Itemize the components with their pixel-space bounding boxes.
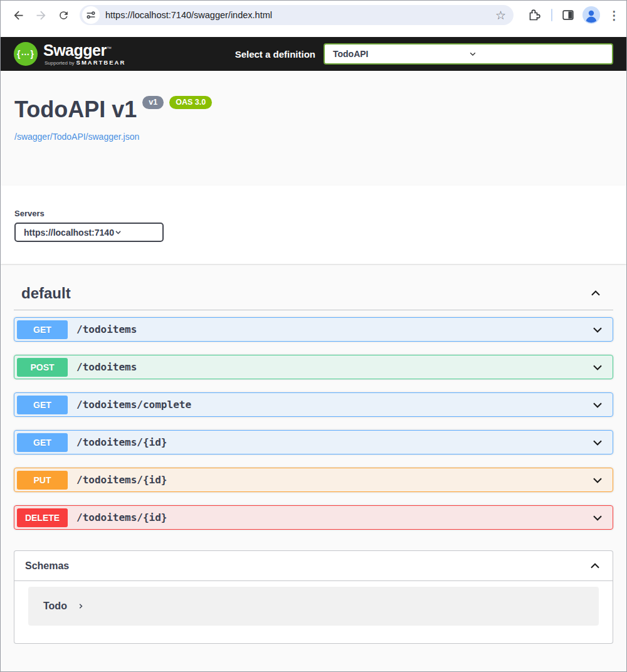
definition-select[interactable]: TodoAPI [324,43,613,65]
spec-json-link[interactable]: /swagger/TodoAPI/swagger.json [14,132,139,142]
schemas-section: Schemas Todo [14,550,613,644]
method-badge: GET [17,396,68,414]
operation-path: /todoitems [76,323,137,335]
schemas-title: Schemas [25,560,69,572]
servers-section: Servers https://localhost:7140 [1,186,626,264]
definition-select-value: TodoAPI [333,49,468,59]
api-title: TodoAPI v1 v1 OAS 3.0 [14,98,613,121]
back-button[interactable] [7,4,29,26]
browser-toolbar: https://localhost:7140/swagger/index.htm… [1,1,626,29]
chevron-down-icon[interactable] [591,398,604,412]
chevron-up-icon[interactable] [588,559,602,573]
operation-row[interactable]: GET /todoitems/complete [14,392,613,417]
swagger-topbar: {⋯} Swagger™ Supported bySMARTBEAR Selec… [1,37,626,71]
smartbear-wordmark: SMARTBEAR [76,59,126,66]
operation-path: /todoitems/{id} [76,436,167,448]
oas-badge: OAS 3.0 [169,96,212,109]
swagger-logo-icon: {⋯} [14,42,38,66]
url-bar[interactable]: https://localhost:7140/swagger/index.htm… [80,5,514,25]
swagger-logo: {⋯} Swagger™ Supported bySMARTBEAR [14,42,125,66]
select-definition-label: Select a definition [235,49,315,60]
operation-path: /todoitems/{id} [76,512,167,523]
api-title-text: TodoAPI v1 [14,98,137,121]
swagger-logo-text: Swagger™ [43,43,125,58]
forward-arrow-icon [34,9,48,22]
method-badge: PUT [17,471,68,490]
operations-list: GET /todoitems POST /todoitems GET /todo… [14,317,613,530]
site-info-button[interactable] [82,6,100,24]
method-badge: POST [17,358,68,377]
side-panel-icon[interactable] [562,9,574,21]
method-badge: GET [17,433,68,452]
chevron-down-icon[interactable] [591,473,604,487]
browser-menu-icon[interactable]: ⋮ [608,8,618,23]
tag-section-default[interactable]: default [14,264,613,310]
back-arrow-icon [12,9,25,22]
chevron-down-icon[interactable] [591,323,604,337]
operation-row[interactable]: GET /todoitems/{id} [14,430,613,454]
operation-path: /todoitems/{id} [76,474,167,486]
page-top-margin [1,29,626,37]
operation-row[interactable]: GET /todoitems [14,317,613,342]
tag-title: default [21,285,71,302]
chevron-down-icon [114,228,154,236]
operation-row[interactable]: PUT /todoitems/{id} [14,468,613,492]
profile-avatar[interactable] [582,6,600,24]
servers-label: Servers [14,209,613,218]
method-badge: DELETE [17,508,68,527]
reload-icon [58,9,70,21]
schemas-header[interactable]: Schemas [14,551,613,581]
forward-button[interactable] [29,4,52,26]
chevron-down-icon[interactable] [591,511,604,525]
toolbar-divider [551,9,552,21]
operation-path: /todoitems/complete [76,399,191,411]
server-select[interactable]: https://localhost:7140 [14,223,164,242]
method-badge: GET [17,320,68,339]
version-badge: v1 [142,96,164,109]
operation-path: /todoitems [76,361,137,373]
model-todo[interactable]: Todo [28,587,599,626]
operation-row[interactable]: POST /todoitems [14,355,613,379]
chevron-up-icon[interactable] [589,286,603,300]
chevron-down-icon[interactable] [591,360,604,374]
reload-button[interactable] [52,4,75,26]
extensions-icon[interactable] [527,8,541,22]
chevron-down-icon [468,50,604,58]
server-select-value: https://localhost:7140 [24,228,114,238]
chevron-right-icon[interactable] [77,602,85,610]
model-name: Todo [43,601,67,612]
api-info-section: TodoAPI v1 v1 OAS 3.0 /swagger/TodoAPI/s… [1,71,626,186]
browser-window: https://localhost:7140/swagger/index.htm… [0,0,627,672]
url-text[interactable]: https://localhost:7140/swagger/index.htm… [105,10,495,20]
supported-by-line: Supported bySMARTBEAR [43,59,125,66]
operation-row[interactable]: DELETE /todoitems/{id} [14,505,613,530]
tune-icon [86,10,96,20]
trademark-symbol: ™ [107,45,112,51]
chevron-down-icon[interactable] [591,436,604,449]
operations-area: default GET /todoitems POST /todoitems [1,264,626,671]
bookmark-star-icon[interactable]: ☆ [495,9,506,21]
schemas-body: Todo [14,581,613,643]
